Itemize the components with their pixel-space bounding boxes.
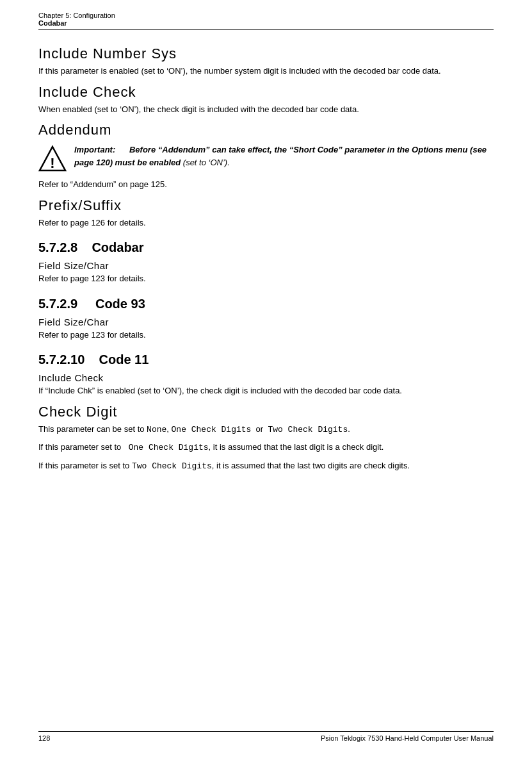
text-field-size-char-5728: Refer to page 123 for details. <box>38 272 494 285</box>
text-check-digit-1: This parameter can be set to None, One C… <box>38 423 494 436</box>
footer-area: 128 Psion Teklogix 7530 Hand-Held Comput… <box>38 731 494 742</box>
important-label: Important: <box>74 145 115 154</box>
warning-box: ! Important: Before “Addendum” can take … <box>38 144 494 173</box>
footer: 128 Psion Teklogix 7530 Hand-Held Comput… <box>38 732 494 742</box>
footer-book-title: Psion Teklogix 7530 Hand-Held Computer U… <box>321 734 494 742</box>
content-area: Include Number Sys If this parameter is … <box>38 39 494 731</box>
svg-text:!: ! <box>50 155 54 171</box>
section-5729: 5.7.2.9 Code 93 Field Size/Char Refer to… <box>38 297 494 342</box>
section-5728: 5.7.2.8 Codabar Field Size/Char Refer to… <box>38 240 494 285</box>
heading-include-check: Include Check <box>38 84 494 101</box>
chapter-title: Chapter 5: Configuration <box>38 12 494 19</box>
important-set: (set to ‘ON’). <box>183 158 230 167</box>
mono-two-check-2: Two Check Digits <box>132 461 212 471</box>
mono-one-check: One Check Digits <box>172 425 252 434</box>
text-include-check-57210: If “Include Chk” is enabled (set to ‘ON’… <box>38 384 494 397</box>
important-text: Before “Addendum” can take effect, the “… <box>74 145 487 167</box>
text-check-digit-2: If this parameter set to One Check Digit… <box>38 441 494 454</box>
heading-include-check-57210: Include Check <box>38 372 494 383</box>
section-include-check: Include Check When enabled (set to ‘ON’)… <box>38 84 494 116</box>
page: Chapter 5: Configuration Codabar Include… <box>0 0 532 767</box>
section-57210: 5.7.2.10 Code 11 Include Check If “Inclu… <box>38 352 494 472</box>
page-content: Chapter 5: Configuration Codabar Include… <box>38 12 494 742</box>
text-include-check: When enabled (set to ‘ON’), the check di… <box>38 103 494 116</box>
heading-include-number-sys: Include Number Sys <box>38 45 494 62</box>
text-check-digit-3: If this parameter is set to Two Check Di… <box>38 459 494 473</box>
header-divider <box>38 29 494 30</box>
heading-field-size-char-5729: Field Size/Char <box>38 317 494 327</box>
chapter-subtitle: Codabar <box>38 19 494 27</box>
section-number-5728: 5.7.2.8 Codabar <box>38 240 494 255</box>
text-addendum: Refer to “Addendum” on page 125. <box>38 178 494 191</box>
heading-field-size-char-5728: Field Size/Char <box>38 260 494 271</box>
mono-one-check-2: One Check Digits <box>124 443 209 452</box>
text-field-size-char-5729: Refer to page 123 for details. <box>38 329 494 342</box>
section-number-57210: 5.7.2.10 Code 11 <box>38 352 494 367</box>
section-addendum: Addendum ! Important: Before “Addendum” … <box>38 122 494 191</box>
footer-page-number: 128 <box>38 734 50 742</box>
section-include-number-sys: Include Number Sys If this parameter is … <box>38 45 494 78</box>
section-number-5729: 5.7.2.9 Code 93 <box>38 297 494 311</box>
heading-prefix-suffix: Prefix/Suffix <box>38 197 494 214</box>
warning-content: Important: Before “Addendum” can take ef… <box>74 144 494 169</box>
heading-check-digit: Check Digit <box>38 404 494 420</box>
text-include-number-sys: If this parameter is enabled (set to ‘ON… <box>38 65 494 78</box>
warning-icon: ! <box>38 145 67 173</box>
section-prefix-suffix: Prefix/Suffix Refer to page 126 for deta… <box>38 197 494 229</box>
chapter-header: Chapter 5: Configuration Codabar <box>38 12 494 27</box>
mono-two-check: Two Check Digits <box>268 425 348 434</box>
text-prefix-suffix: Refer to page 126 for details. <box>38 217 494 229</box>
mono-none: None <box>147 425 166 434</box>
heading-addendum: Addendum <box>38 122 494 138</box>
